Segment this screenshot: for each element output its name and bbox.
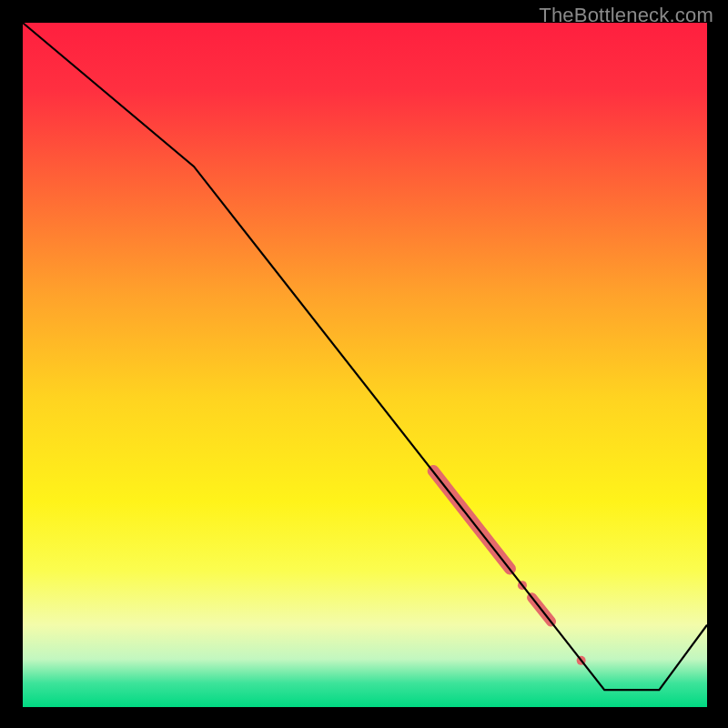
watermark-text: TheBottleneck.com [539,4,713,27]
chart-svg [0,0,728,728]
chart-container: { "watermark": "TheBottleneck.com", "plo… [0,0,728,728]
plot-background [23,23,707,707]
plot-area [23,23,707,707]
